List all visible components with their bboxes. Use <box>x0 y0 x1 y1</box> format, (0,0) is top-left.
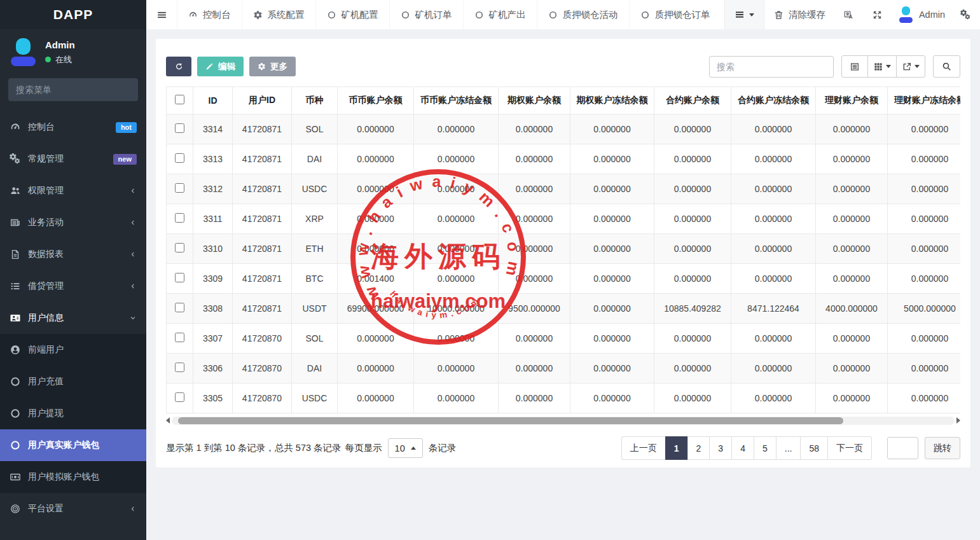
cell-balance: 0.000000 <box>499 114 570 144</box>
sidebar-search-input[interactable] <box>16 85 131 95</box>
horizontal-scrollbar[interactable] <box>166 416 960 425</box>
row-checkbox[interactable] <box>175 213 184 223</box>
nav-link-矿机配置[interactable]: 矿机配置 <box>315 0 389 29</box>
table-search-input[interactable] <box>709 56 834 78</box>
select-all-checkbox[interactable] <box>175 95 184 104</box>
cell-user-id: 41720871 <box>233 294 292 324</box>
cell-id: 3305 <box>193 384 233 413</box>
page-button-3[interactable]: 3 <box>709 436 732 460</box>
nav-link-矿机产出[interactable]: 矿机产出 <box>463 0 537 29</box>
sidebar-item-用户模拟账户钱包[interactable]: 用户模拟账户钱包 <box>0 461 146 493</box>
page-ellipsis[interactable]: ... <box>776 436 801 460</box>
cell-balance: 0.000000 <box>654 204 731 234</box>
sidebar-item-权限管理[interactable]: 权限管理 <box>0 175 146 207</box>
row-select-cell <box>167 204 193 234</box>
sidebar-item-数据报表[interactable]: 数据报表 <box>0 239 146 270</box>
fullscreen-button[interactable] <box>863 0 892 29</box>
translate-button[interactable] <box>834 0 863 29</box>
sidebar-item-常规管理[interactable]: 常规管理new <box>0 143 146 175</box>
row-checkbox[interactable] <box>175 153 184 163</box>
cell-balance: 0.000000 <box>888 174 961 204</box>
cell-balance: 0.000000 <box>888 354 961 384</box>
sidebar-item-平台设置[interactable]: 平台设置 <box>0 493 146 525</box>
page-button-4[interactable]: 4 <box>731 436 754 460</box>
cell-balance: 0.000000 <box>731 324 816 354</box>
scrollbar-thumb[interactable] <box>178 417 843 424</box>
sidebar-item-用户真实账户钱包[interactable]: 用户真实账户钱包 <box>0 429 146 461</box>
navbar-user-menu[interactable]: Admin <box>892 6 951 23</box>
columns-button[interactable] <box>867 55 897 78</box>
sidebar-toggle-button[interactable] <box>146 0 177 29</box>
settings-button[interactable] <box>951 0 980 29</box>
caret-down-icon <box>749 13 754 17</box>
cell-balance: 0.000000 <box>499 384 570 413</box>
cell-balance: 0.000000 <box>499 264 570 294</box>
scroll-left-arrow[interactable] <box>166 417 170 424</box>
row-checkbox[interactable] <box>175 363 184 372</box>
cell-balance: 0.000000 <box>816 234 888 264</box>
sidebar-item-前端用户[interactable]: 前端用户 <box>0 334 146 366</box>
more-button[interactable]: 更多 <box>249 57 296 76</box>
nav-link-质押锁仓活动[interactable]: 质押锁仓活动 <box>537 0 629 29</box>
row-checkbox[interactable] <box>175 273 184 282</box>
per-page-select[interactable]: 10 <box>388 438 423 458</box>
sidebar-item-用户提现[interactable]: 用户提现 <box>0 398 146 429</box>
caret-up-icon <box>411 447 416 450</box>
search-submit-button[interactable] <box>933 55 960 78</box>
page-button-5[interactable]: 5 <box>754 436 776 460</box>
sidebar-item-借贷管理[interactable]: 借贷管理 <box>0 270 146 302</box>
sidebar-item-label: 前端用户 <box>28 344 64 356</box>
sidebar-item-label: 权限管理 <box>28 185 64 197</box>
refresh-icon <box>175 62 183 71</box>
wallet-table: ID用户ID币种币币账户余额币币账户冻结金额期权账户余额期权账户冻结余额合约账户… <box>166 87 960 413</box>
edit-button[interactable]: 编辑 <box>197 57 244 76</box>
cell-user-id: 41720870 <box>233 384 292 413</box>
gears-icon <box>10 153 21 165</box>
row-checkbox[interactable] <box>175 333 184 342</box>
content-area: 编辑 更多 ID用户ID币种币币账户余额币币账户冻结金额期 <box>146 29 980 540</box>
sidebar-search[interactable] <box>8 78 138 101</box>
nav-link-控制台[interactable]: 控制台 <box>177 0 242 29</box>
cell-user-id: 41720871 <box>233 114 292 144</box>
cell-balance: 0.000000 <box>338 144 414 174</box>
refresh-button[interactable] <box>166 57 191 76</box>
nav-list-dropdown-button[interactable] <box>724 0 764 29</box>
row-checkbox[interactable] <box>175 303 184 312</box>
cell-balance: 0.000000 <box>654 174 731 204</box>
jump-page-input[interactable] <box>887 437 918 459</box>
sidebar-item-用户充值[interactable]: 用户充值 <box>0 366 146 398</box>
cell-balance: 0.000000 <box>816 264 888 294</box>
circle-icon <box>10 376 21 387</box>
row-checkbox[interactable] <box>175 123 184 133</box>
page-button-2[interactable]: 2 <box>687 436 710 460</box>
sidebar-item-用户信息[interactable]: 用户信息 <box>0 302 146 334</box>
nav-link-质押锁仓订单[interactable]: 质押锁仓订单 <box>629 0 721 29</box>
cell-balance: 0.000000 <box>570 204 654 234</box>
row-checkbox[interactable] <box>175 243 184 253</box>
page-button-58[interactable]: 58 <box>800 436 828 460</box>
export-button[interactable] <box>896 55 925 78</box>
list-icon <box>10 280 21 292</box>
nav-link-系统配置[interactable]: 系统配置 <box>242 0 315 29</box>
cell-balance: 0.000000 <box>338 234 414 264</box>
cell-balance: 0.000000 <box>414 384 499 413</box>
cell-coin: BTC <box>292 264 338 294</box>
cell-balance: 0.000000 <box>499 204 570 234</box>
list-icon <box>735 10 745 20</box>
sidebar-item-业务活动[interactable]: 业务活动 <box>0 207 146 239</box>
prev-page-button[interactable]: 上一页 <box>621 436 666 460</box>
next-page-button[interactable]: 下一页 <box>827 436 872 460</box>
page-button-1[interactable]: 1 <box>665 436 688 460</box>
clear-cache-button[interactable]: 清除缓存 <box>764 0 834 29</box>
nav-link-矿机订单[interactable]: 矿机订单 <box>389 0 463 29</box>
scrollbar-track[interactable] <box>172 417 955 425</box>
detail-view-button[interactable] <box>841 55 868 78</box>
sidebar-item-控制台[interactable]: 控制台hot <box>0 111 146 143</box>
cell-balance: 0.000000 <box>499 324 570 354</box>
row-checkbox[interactable] <box>175 392 184 402</box>
sidebar-item-label: 用户真实账户钱包 <box>28 440 99 451</box>
cell-balance: 0.000000 <box>338 204 414 234</box>
row-checkbox[interactable] <box>175 183 184 193</box>
jump-button[interactable]: 跳转 <box>925 437 960 459</box>
scroll-right-arrow[interactable] <box>956 417 960 424</box>
